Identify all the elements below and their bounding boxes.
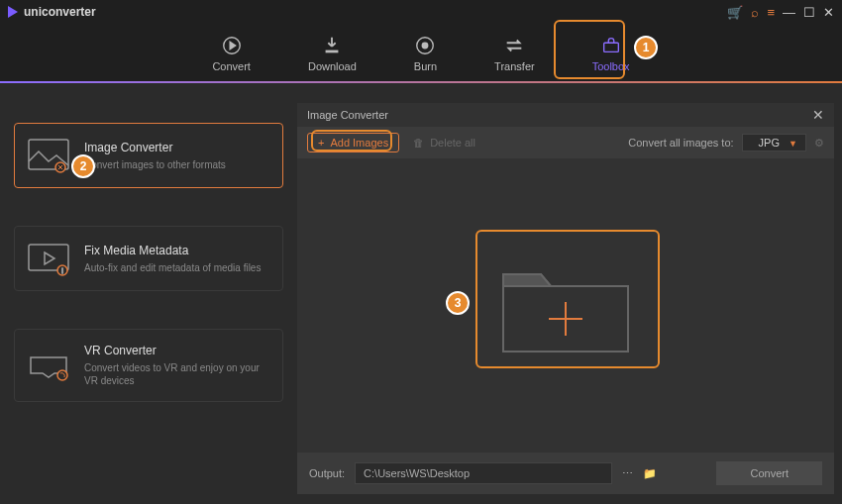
sidebar: Image Converter Convert images to other … xyxy=(0,83,297,504)
sidebar-item-vr-converter[interactable]: VR Converter Convert videos to VR and en… xyxy=(14,329,283,402)
titlebar: uniconverter 🛒 ⌕ ≡ — ☐ ✕ xyxy=(0,0,842,24)
browse-button[interactable]: ⋯ xyxy=(622,467,633,480)
sidebar-item-text: VR Converter Convert videos to VR and en… xyxy=(84,344,270,387)
svg-point-3 xyxy=(423,43,429,49)
play-circle-icon xyxy=(221,35,243,56)
app-name: uniconverter xyxy=(24,5,96,19)
sidebar-item-desc: Auto-fix and edit metadata of media file… xyxy=(84,261,261,274)
minimize-button[interactable]: — xyxy=(783,5,795,20)
tab-download[interactable]: Download xyxy=(302,31,363,76)
annotation-marker-2: 2 xyxy=(71,154,95,178)
metadata-icon: i xyxy=(27,241,70,276)
dropzone[interactable] xyxy=(297,158,834,453)
plus-icon: + xyxy=(318,137,324,149)
output-label: Output: xyxy=(309,467,345,479)
sidebar-item-title: VR Converter xyxy=(84,344,270,357)
tab-label: Burn xyxy=(414,60,437,72)
add-images-label: Add Images xyxy=(330,137,388,149)
nav-underline xyxy=(0,81,842,83)
image-converter-icon xyxy=(27,138,70,173)
trash-icon: 🗑 xyxy=(413,137,424,149)
main-area: Image Converter Convert images to other … xyxy=(0,83,842,504)
svg-rect-1 xyxy=(326,50,339,52)
key-icon[interactable]: ⌕ xyxy=(751,5,759,20)
add-images-button[interactable]: + Add Images xyxy=(307,133,399,152)
format-value: JPG xyxy=(759,137,780,149)
sidebar-item-text: Fix Media Metadata Auto-fix and edit met… xyxy=(84,244,261,274)
download-icon xyxy=(321,35,343,56)
menu-icon[interactable]: ≡ xyxy=(767,5,775,20)
svg-point-10 xyxy=(57,370,67,380)
app-logo-icon xyxy=(8,6,18,18)
vr-icon xyxy=(27,348,70,383)
tab-label: Transfer xyxy=(494,60,535,72)
chevron-down-icon: ▼ xyxy=(789,139,797,149)
tab-label: Toolbox xyxy=(592,60,630,72)
toolbar-right: Convert all images to: JPG ▼ ⚙ xyxy=(628,134,824,151)
folder-plus-icon xyxy=(491,247,640,365)
sidebar-item-text: Image Converter Convert images to other … xyxy=(84,141,226,171)
toolbox-icon xyxy=(600,35,622,56)
gear-icon[interactable]: ⚙ xyxy=(814,137,824,150)
convert-to-label: Convert all images to: xyxy=(628,137,733,149)
sidebar-item-desc: Convert videos to VR and enjoy on your V… xyxy=(84,361,270,387)
tab-label: Convert xyxy=(212,60,251,72)
top-nav: Convert Download Burn Transfer Toolbox xyxy=(0,24,842,83)
open-folder-icon[interactable]: 📁 xyxy=(643,467,657,480)
delete-all-label: Delete all xyxy=(430,137,475,149)
delete-all-button[interactable]: 🗑 Delete all xyxy=(413,137,475,149)
convert-button[interactable]: Convert xyxy=(716,461,822,485)
sidebar-item-desc: Convert images to other formats xyxy=(84,158,226,171)
sidebar-item-title: Image Converter xyxy=(84,141,226,154)
svg-rect-4 xyxy=(603,43,618,51)
transfer-icon xyxy=(503,35,525,56)
panel-toolbar: + Add Images 🗑 Delete all Convert all im… xyxy=(297,127,834,158)
sidebar-item-image-converter[interactable]: Image Converter Convert images to other … xyxy=(14,123,283,188)
cart-icon[interactable]: 🛒 xyxy=(727,5,743,20)
format-select[interactable]: JPG ▼ xyxy=(742,134,806,151)
sidebar-item-fix-metadata[interactable]: i Fix Media Metadata Auto-fix and edit m… xyxy=(14,226,283,291)
panel-header: Image Converter ✕ xyxy=(297,103,834,127)
disc-icon xyxy=(414,35,436,56)
annotation-marker-1: 1 xyxy=(634,36,658,59)
panel-title: Image Converter xyxy=(307,109,388,121)
tab-label: Download xyxy=(308,60,357,72)
sidebar-item-title: Fix Media Metadata xyxy=(84,244,261,257)
annotation-marker-3: 3 xyxy=(446,291,470,315)
tab-burn[interactable]: Burn xyxy=(408,31,443,76)
title-actions: 🛒 ⌕ ≡ — ☐ ✕ xyxy=(727,5,834,20)
content-panel: Image Converter ✕ + Add Images 🗑 Delete … xyxy=(297,103,834,494)
panel-footer: Output: ⋯ 📁 Convert xyxy=(297,453,834,494)
output-path-field[interactable] xyxy=(355,462,612,484)
tab-convert[interactable]: Convert xyxy=(206,31,257,76)
close-button[interactable]: ✕ xyxy=(823,5,834,20)
panel-close-button[interactable]: ✕ xyxy=(812,107,824,123)
tab-transfer[interactable]: Transfer xyxy=(488,31,541,76)
maximize-button[interactable]: ☐ xyxy=(803,5,815,20)
tab-toolbox[interactable]: Toolbox xyxy=(586,31,636,76)
